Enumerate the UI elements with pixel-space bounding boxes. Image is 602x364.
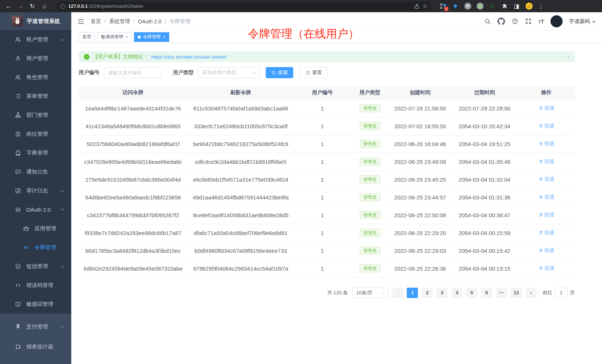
page-size-select[interactable]: 10条/页 (352, 288, 388, 298)
extension-star-icon[interactable]: ☆ (488, 3, 496, 10)
sidebar-item-user[interactable]: 用户管理 (0, 49, 71, 68)
help-icon[interactable] (511, 18, 518, 25)
user-type-select[interactable]: 请选择用户类型 (198, 67, 260, 78)
open-book-icon (15, 301, 21, 307)
trash-icon (539, 195, 543, 199)
font-size-icon[interactable]: TT (538, 18, 544, 24)
user-menu[interactable]: 芋道源码 (569, 18, 595, 25)
fullscreen-icon[interactable] (525, 18, 532, 25)
profile-avatar-icon[interactable]: ☺ (525, 3, 533, 10)
sidebar-item-oauth[interactable]: OAuth 2.0 (0, 200, 71, 219)
browser-address-bar[interactable]: i 127.0.0.1:1024/system/oauth2/token ☆ (56, 2, 431, 11)
sidebar-item-notice[interactable]: 通知公告 (0, 162, 71, 181)
force-logout-button[interactable]: 强退 (539, 158, 554, 165)
sidebar-logo[interactable]: 芋道管理系统 (0, 12, 71, 30)
sidebar-item-sensitive-word[interactable]: 敏感词管理 (0, 295, 71, 314)
alert-close-icon[interactable]: × (567, 54, 570, 60)
extension-grid-icon[interactable]: 9 (439, 3, 447, 10)
bookmark-star-icon[interactable]: ☆ (423, 3, 428, 10)
split-view-icon[interactable]: ◨ (513, 3, 520, 10)
cell-actions: 强退 (518, 99, 575, 117)
caret-down-icon (592, 21, 595, 23)
sidebar-item-oauth-token[interactable]: 令牌管理 (0, 238, 71, 257)
cell-actions: 强退 (518, 171, 575, 188)
sidebar-item-errorcode[interactable]: 错误码管理 (0, 276, 71, 295)
command-circle-icon: ⌘ (464, 3, 471, 10)
cell-user-id: 1 (294, 99, 351, 117)
sidebar-item-menu[interactable]: 菜单管理 (0, 87, 71, 106)
sidebar-item-audit-log[interactable]: 审计日志 (0, 181, 71, 200)
doc-link[interactable]: https://doc.iocoder.cn/user-center/ (151, 54, 227, 60)
breadcrumb-home[interactable]: 首页 (91, 18, 101, 25)
cell-actions: 强退 (518, 259, 575, 277)
page-button-5[interactable]: 5 (466, 288, 477, 298)
close-icon[interactable]: × (163, 34, 166, 40)
sidebar-item-dict[interactable]: 字典管理 (0, 143, 71, 162)
page-button-2[interactable]: 2 (422, 288, 433, 298)
reset-button[interactable]: 重置 (300, 67, 327, 78)
cell-user-type: 管理员 (351, 224, 389, 242)
force-logout-label: 强退 (544, 194, 554, 201)
force-logout-button[interactable]: 强退 (539, 176, 554, 183)
extension-command-icon[interactable]: ⌘ (464, 3, 471, 10)
force-logout-button[interactable]: 强退 (539, 212, 554, 218)
search-button-label: 搜索 (278, 69, 288, 76)
browser-reload-button[interactable]: ↻ (27, 1, 37, 11)
force-logout-button[interactable]: 强退 (539, 194, 554, 201)
user-id-input[interactable] (104, 67, 160, 78)
force-logout-button[interactable]: 强退 (539, 229, 554, 236)
goto-page-input[interactable] (555, 288, 567, 298)
sidebar-item-dept[interactable]: 部门管理 (0, 106, 71, 125)
browser-forward-button[interactable]: → (16, 1, 25, 11)
site-info-icon[interactable]: i (60, 4, 65, 9)
table-row: b0d1785bc3a8482f812db4a3f3bd15ec b0df498… (79, 242, 575, 259)
browser-home-button[interactable]: ⌂ (39, 1, 49, 11)
extension-record-icon[interactable] (476, 3, 484, 10)
force-logout-button[interactable]: 强退 (539, 140, 554, 147)
sidebar-item-tenant[interactable]: 租户管理 (0, 30, 71, 49)
sidebar-item-sms[interactable]: 短信管理 (0, 257, 71, 276)
page-button-1[interactable]: 1 (407, 288, 418, 298)
cell-refresh-token: 333ecfc71e02480cb11055c875c3ca0f (187, 117, 294, 135)
tag-tab-token[interactable]: 令牌管理 × (134, 32, 169, 42)
sidebar-item-oauth-app[interactable]: 应用管理 (0, 219, 71, 238)
close-icon[interactable]: × (125, 34, 128, 40)
sidebar-item-role[interactable]: 角色管理 (0, 68, 71, 87)
tag-tab-home[interactable]: 首页 (79, 32, 95, 42)
url-path: :1024/system/oauth2/token (88, 4, 143, 9)
breadcrumb-system[interactable]: 系统管理 (109, 18, 130, 25)
goto-unit: 页 (570, 289, 575, 296)
extension-puzzle-icon[interactable] (501, 3, 508, 10)
sidebar-item-post[interactable]: 岗位管理 (0, 125, 71, 143)
sidebar-item-report-designer[interactable]: 报表设计器 (0, 337, 71, 357)
next-page-button[interactable]: › (526, 288, 537, 298)
tag-tab-sensitive-word[interactable]: 敏感词管理 × (97, 32, 132, 42)
browser-back-button[interactable]: ← (4, 1, 13, 11)
page-button-3[interactable]: 3 (436, 288, 448, 298)
extension-gem-icon[interactable] (452, 3, 459, 10)
sidebar-item-label: 用户管理 (26, 55, 66, 62)
browser-menu-icon[interactable]: ⋮ (537, 3, 545, 10)
github-icon[interactable] (497, 17, 505, 25)
page-button-12[interactable]: 12 (511, 288, 522, 298)
sidebar-item-pay[interactable]: ¥ 支付管理 (0, 317, 71, 337)
page-button-4[interactable]: 4 (451, 288, 462, 298)
search-icon[interactable] (484, 18, 491, 25)
table-row: 6d842e2924594de9a09e45e087323abe 8796295… (79, 259, 575, 277)
breadcrumb-oauth[interactable]: OAuth 2.0 (138, 19, 161, 24)
share-icon[interactable] (414, 3, 420, 9)
screen: ← → ↻ ⌂ i 127.0.0.1:1024/system/oauth2/t… (0, 0, 602, 364)
trash-icon (539, 248, 543, 253)
page-button-6[interactable]: 6 (481, 288, 492, 298)
force-logout-button[interactable]: 强退 (539, 247, 554, 254)
force-logout-button[interactable]: 强退 (539, 123, 554, 129)
total-count: 共 120 条 (327, 289, 348, 296)
sidebar-collapse-icon[interactable] (77, 18, 85, 25)
user-avatar[interactable] (550, 15, 563, 27)
table-row: 502375b8040a469a9b82188afdf6af1f be90422… (79, 135, 575, 153)
search-button[interactable]: 搜索 (266, 67, 293, 78)
page-ellipsis[interactable]: ⋯ (496, 288, 507, 298)
prev-page-button[interactable]: ‹ (392, 288, 403, 298)
force-logout-button[interactable]: 强退 (539, 105, 554, 112)
force-logout-button[interactable]: 强退 (539, 265, 554, 272)
